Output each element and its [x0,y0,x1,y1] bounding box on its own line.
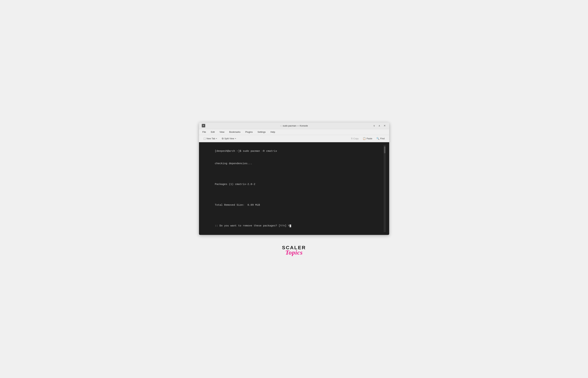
close-button[interactable]: ✕ [383,124,386,127]
toolbar: ⬚ New Tab ▾ ⧉ Split View ▾ ⎘ Copy 📋 Past… [199,135,389,142]
menu-plugins[interactable]: Plugins [245,130,253,134]
menu-help[interactable]: Help [270,130,276,134]
copy-icon: ⎘ [351,137,353,140]
topics-text: Topics [285,249,303,256]
menu-edit[interactable]: Edit [210,130,215,134]
title-bar-controls: ∨ ∧ ✕ [373,124,386,127]
menu-bookmarks[interactable]: Bookmarks [229,130,241,134]
menu-bar: File Edit View Bookmarks Plugins Setting… [199,129,389,135]
terminal-area[interactable]: [deepesh@arch ~]$ sudo pacman -R cmatrix… [199,142,389,235]
menu-view[interactable]: View [219,130,225,134]
paste-button[interactable]: 📋 Paste [361,136,374,140]
terminal-line-4: Packages (1) cmatrix-2.0-2 [215,183,255,186]
title-bar: > - : sudo pacman — Konsole ∨ ∧ ✕ [199,122,389,129]
terminal-output: [deepesh@arch ~]$ sudo pacman -R cmatrix… [203,145,384,232]
find-button[interactable]: 🔍 Find [375,136,386,140]
split-view-icon: ⧉ [222,137,224,140]
split-view-button[interactable]: ⧉ Split View ▾ [220,136,238,141]
window-title: - : sudo pacman — Konsole [280,124,308,127]
split-view-dropdown-arrow: ▾ [235,138,236,139]
find-icon: 🔍 [376,137,379,140]
terminal-cursor [290,225,291,227]
scrollbar-thumb[interactable] [384,146,385,153]
terminal-line-8: :: Do you want to remove these packages?… [215,224,290,227]
paste-icon: 📋 [363,137,366,140]
terminal-line-2: checking dependencies... [215,162,252,165]
menu-file[interactable]: File [202,130,207,134]
new-tab-button[interactable]: ⬚ New Tab ▾ [202,136,219,140]
new-tab-dropdown-arrow: ▾ [216,138,217,139]
terminal-scrollbar[interactable] [384,145,386,232]
maximize-button[interactable]: ∧ [378,124,381,127]
terminal-icon: > [202,124,205,127]
logo-wrapper: SCALER Topics [282,245,306,256]
title-bar-left: > [202,124,205,127]
scaler-topics-logo: SCALER Topics [282,245,306,256]
terminal-line-6: Total Removed Size: 0.09 MiB [215,204,260,206]
menu-settings[interactable]: Settings [257,130,266,134]
page-wrapper: > - : sudo pacman — Konsole ∨ ∧ ✕ File E… [199,122,389,256]
toolbar-right: ⎘ Copy 📋 Paste 🔍 Find [349,136,386,140]
minimize-button[interactable]: ∨ [373,124,376,127]
copy-button[interactable]: ⎘ Copy [349,136,360,140]
new-tab-icon: ⬚ [204,137,206,140]
terminal-line-1: [deepesh@arch ~]$ sudo pacman -R cmatrix [215,150,277,153]
konsole-window: > - : sudo pacman — Konsole ∨ ∧ ✕ File E… [199,122,389,235]
